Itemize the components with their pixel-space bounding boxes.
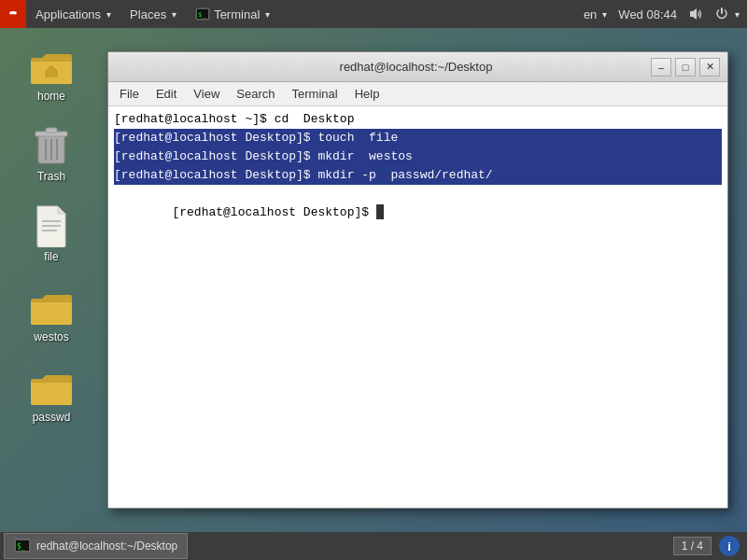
trash-label: Trash (37, 170, 65, 183)
power-icon (714, 7, 729, 21)
menu-search[interactable]: Search (229, 85, 282, 103)
passwd-folder-icon (29, 368, 74, 405)
desktop-icon-file[interactable]: file (9, 198, 93, 269)
volume-control[interactable] (688, 7, 703, 21)
language-indicator[interactable]: en ▾ (584, 7, 607, 21)
file-icon (29, 203, 74, 248)
places-chevron-icon: ▾ (172, 9, 176, 20)
trash-icon (29, 123, 74, 168)
term-line-3: [redhat@localhost Desktop]$ mkdir westos (114, 147, 722, 166)
terminal-titlebar: redhat@localhost:~/Desktop – □ ✕ (108, 52, 727, 82)
menu-terminal[interactable]: Terminal (285, 85, 345, 103)
panel-logo (0, 0, 26, 28)
terminal-controls: – □ ✕ (651, 58, 720, 77)
desktop-icon-passwd[interactable]: passwd (9, 358, 93, 429)
passwd-icon (29, 364, 74, 409)
taskbar: $_ redhat@localhost:~/Desktop 1 / 4 i (0, 532, 747, 560)
terminal-body[interactable]: [redhat@localhost ~]$ cd Desktop [redhat… (108, 106, 727, 508)
svg-point-1 (10, 14, 17, 17)
clock: Wed 08:44 (618, 7, 677, 21)
home-label: home (37, 90, 65, 103)
panel-right: en ▾ Wed 08:44 ▾ (584, 7, 747, 21)
page-indicator: 1 / 4 (673, 537, 712, 555)
taskbar-terminal-item[interactable]: $_ redhat@localhost:~/Desktop (4, 533, 188, 559)
terminal-window: redhat@localhost:~/Desktop – □ ✕ File Ed… (107, 51, 728, 509)
term-cursor (376, 204, 384, 219)
places-menu[interactable]: Places ▾ (120, 0, 186, 28)
places-label: Places (130, 7, 166, 21)
terminal-icon: $_ (195, 7, 210, 21)
applications-label: Applications (35, 7, 101, 21)
term-line-1: [redhat@localhost ~]$ cd Desktop (114, 110, 722, 129)
file-label: file (44, 250, 58, 263)
file-doc-icon (34, 204, 69, 247)
terminal-menu[interactable]: $_ Terminal ▾ (186, 0, 279, 28)
taskbar-item-label: redhat@localhost:~/Desktop (36, 539, 177, 553)
term-line-4: [redhat@localhost Desktop]$ mkdir -p pas… (114, 166, 722, 185)
menu-edit[interactable]: Edit (148, 85, 184, 103)
home-folder-icon (29, 47, 74, 84)
panel-left: Applications ▾ Places ▾ $_ Terminal ▾ (0, 0, 584, 28)
power-chevron-icon: ▾ (735, 9, 740, 20)
terminal-menubar: File Edit View Search Terminal Help (108, 82, 727, 106)
language-label: en (584, 7, 597, 21)
applications-menu[interactable]: Applications ▾ (26, 0, 120, 28)
trash-can-icon (34, 124, 69, 167)
redhat-logo-icon (6, 7, 21, 21)
term-prompt-5: [redhat@localhost Desktop]$ (172, 205, 375, 219)
top-panel: Applications ▾ Places ▾ $_ Terminal ▾ (0, 0, 747, 28)
close-button[interactable]: ✕ (699, 58, 720, 77)
desktop-icon-home[interactable]: home (9, 37, 93, 108)
westos-icon (29, 284, 74, 329)
desktop-icons: home Trash (9, 37, 93, 439)
terminal-chevron-icon: ▾ (265, 9, 270, 20)
power-button[interactable]: ▾ (714, 7, 740, 21)
time-label: Wed 08:44 (618, 7, 677, 21)
term-line-2: [redhat@localhost Desktop]$ touch file (114, 129, 722, 147)
svg-rect-6 (49, 72, 54, 77)
westos-label: westos (34, 330, 68, 343)
taskbar-right: 1 / 4 i (673, 536, 747, 556)
minimize-button[interactable]: – (651, 58, 671, 77)
info-button[interactable]: i (719, 536, 740, 556)
terminal-label: Terminal (214, 7, 260, 21)
taskbar-terminal-icon: $_ (14, 538, 31, 554)
menu-file[interactable]: File (112, 85, 147, 103)
home-icon (29, 43, 74, 88)
svg-text:$_: $_ (17, 542, 26, 551)
maximize-button[interactable]: □ (675, 58, 696, 77)
desktop-icon-trash[interactable]: Trash (9, 118, 93, 189)
language-chevron-icon: ▾ (602, 9, 607, 20)
menu-view[interactable]: View (186, 85, 227, 103)
svg-rect-10 (46, 128, 57, 133)
applications-chevron-icon: ▾ (106, 9, 111, 20)
passwd-label: passwd (33, 411, 71, 424)
terminal-title: redhat@localhost:~/Desktop (181, 60, 651, 74)
westos-folder-icon (29, 287, 74, 325)
volume-icon (688, 7, 703, 21)
desktop: Applications ▾ Places ▾ $_ Terminal ▾ (0, 0, 747, 560)
desktop-icon-westos[interactable]: westos (9, 278, 93, 349)
svg-marker-5 (690, 8, 697, 20)
svg-text:$_: $_ (198, 11, 206, 19)
term-line-5: [redhat@localhost Desktop]$ (114, 185, 722, 203)
menu-help[interactable]: Help (347, 85, 388, 103)
